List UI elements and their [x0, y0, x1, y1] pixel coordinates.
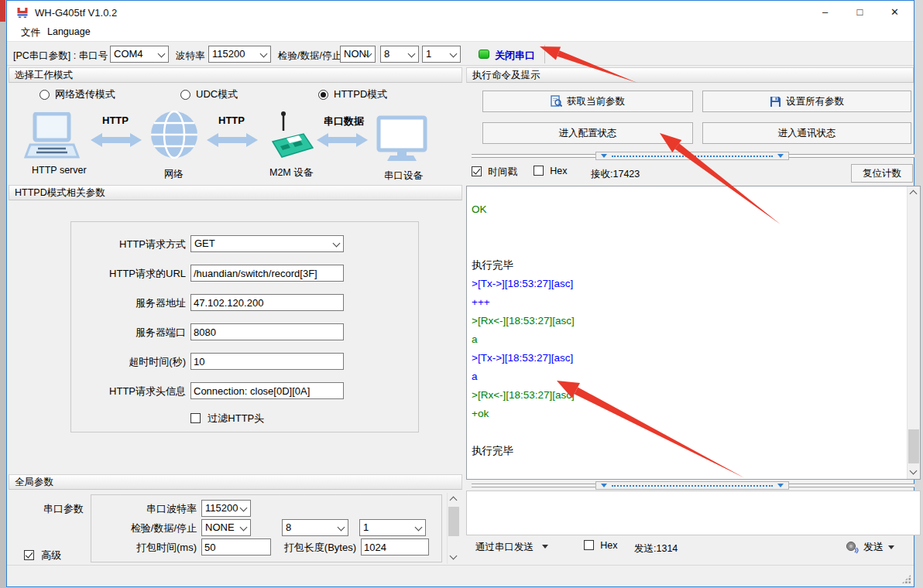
chevron-down-icon — [333, 240, 341, 248]
chevron-down-icon — [888, 545, 894, 549]
scroll-up-icon[interactable] — [448, 493, 460, 506]
advanced-checkbox[interactable]: 高级 — [24, 549, 61, 562]
chevron-down-icon — [542, 545, 548, 549]
baud-select[interactable]: 115200 — [208, 46, 271, 63]
stopbits-select[interactable]: 1 — [422, 46, 461, 63]
collapse-icon — [777, 154, 784, 158]
gparity-select[interactable]: NONE — [201, 519, 251, 536]
chevron-down-icon — [338, 524, 345, 532]
scrollbar-thumb[interactable] — [448, 507, 459, 536]
work-mode-radio[interactable]: 网络透传模式 — [39, 87, 115, 101]
log-line: +++ — [467, 293, 920, 312]
toolbar-separator — [544, 45, 545, 63]
minimize-button[interactable]: – — [808, 1, 842, 24]
gstopbits-select[interactable]: 1 — [359, 519, 426, 536]
httpd-section-header: HTTPD模式相关参数 — [9, 185, 462, 200]
field-label: 服务器端口 — [71, 326, 186, 340]
log-line: >[Rx<-][18:53:27][asc] — [467, 386, 920, 405]
splitter-dots — [612, 156, 773, 157]
databits-select[interactable]: 8 — [380, 46, 419, 63]
form-row: HTTP请求方式GET — [71, 235, 350, 252]
scrollbar-thumb[interactable] — [908, 429, 919, 463]
scroll-down-icon[interactable] — [908, 466, 920, 479]
log-line: OK — [467, 200, 920, 219]
log-line: >[Tx->][18:53:27][asc] — [467, 349, 920, 368]
menu-file[interactable]: 文件 — [21, 26, 40, 39]
log-scrollbar[interactable] — [907, 186, 920, 479]
gbaud-select[interactable]: 115200 — [201, 500, 251, 517]
collapse-icon — [777, 484, 784, 487]
scroll-down-icon[interactable] — [448, 551, 460, 564]
field-label: 服务器地址 — [71, 296, 186, 310]
form-row: HTTP请求的URL — [71, 265, 350, 282]
com-port-select[interactable]: COM4 — [110, 46, 169, 63]
receive-log[interactable]: OK 执行完毕>[Tx->][18:53:27][asc]+++>[Rx<-][… — [466, 186, 921, 480]
field-input[interactable] — [190, 382, 344, 399]
field-input[interactable] — [190, 353, 344, 370]
close-button[interactable]: ✕ — [877, 1, 912, 24]
scroll-up-icon[interactable] — [908, 186, 920, 200]
serial-params-box: 串口波特率 115200 检验/数据/停止 NONE 8 1 打包时间(ms) … — [91, 494, 442, 562]
chevron-down-icon — [415, 524, 423, 532]
field-input[interactable] — [190, 294, 344, 311]
checkbox-icon — [24, 550, 34, 560]
global-scrollbar[interactable] — [447, 493, 460, 564]
log-line: a — [467, 330, 920, 349]
log-line — [467, 423, 920, 442]
send-input[interactable] — [466, 491, 921, 535]
pack-time-input[interactable] — [201, 538, 271, 556]
command-section-header: 执行命令及提示 — [466, 67, 914, 83]
link-label: HTTP — [218, 115, 245, 126]
form-row: 超时时间(秒) — [71, 353, 350, 370]
collapse-icon — [601, 154, 607, 158]
work-mode-radio[interactable]: UDC模式 — [180, 87, 238, 101]
window-title: WH-G405tf V1.0.2 — [35, 7, 117, 19]
parity-select[interactable]: NONI — [340, 46, 376, 63]
radio-icon — [180, 90, 190, 100]
menubar: 文件 Language — [7, 24, 914, 41]
httpd-form-box: HTTP请求方式GETHTTP请求的URL服务器地址服务器端口超时时间(秒)HT… — [70, 221, 419, 432]
send-button[interactable]: 发送 — [846, 540, 894, 554]
log-line — [467, 219, 920, 238]
reset-count-button[interactable]: 复位计数 — [851, 164, 913, 183]
field-label: HTTP请求头信息 — [71, 385, 186, 398]
menu-language[interactable]: Language — [47, 26, 91, 37]
http-method-select[interactable]: GET — [190, 235, 344, 252]
checkbox-icon — [472, 166, 482, 176]
enter-comm-button[interactable]: 进入通讯状态 — [702, 122, 911, 144]
get-params-button[interactable]: 获取当前参数 — [482, 91, 693, 112]
node-label: 串口设备 — [384, 169, 423, 183]
pack-len-input[interactable] — [361, 538, 429, 556]
field-input[interactable] — [190, 323, 344, 340]
gdatabits-select[interactable]: 8 — [282, 519, 348, 536]
hex-send-checkbox[interactable]: Hex — [584, 540, 618, 551]
hex-recv-checkbox[interactable]: Hex — [534, 166, 568, 176]
floppy-save-icon — [770, 96, 781, 108]
chevron-down-icon — [408, 50, 416, 58]
laptop-icon — [24, 112, 80, 165]
app-icon — [16, 6, 29, 19]
splitter-handle[interactable] — [595, 481, 789, 490]
collapse-icon — [601, 484, 607, 487]
global-section-header: 全局参数 — [9, 474, 462, 490]
toolbar: [PC串口参数] : 串口号 COM4 波特率 115200 检验/数据/停止 … — [7, 41, 914, 66]
gparity-label: 检验/数据/停止 — [119, 521, 197, 535]
send-via-dropdown[interactable]: 通过串口发送 — [475, 541, 548, 554]
splitter-handle[interactable] — [595, 152, 789, 160]
field-input[interactable] — [190, 265, 344, 282]
sent-count: 发送:1314 — [634, 542, 678, 556]
link-label: 串口数据 — [324, 115, 364, 128]
chevron-down-icon — [240, 504, 248, 512]
set-params-button[interactable]: 设置所有参数 — [702, 91, 911, 112]
close-port-button[interactable]: 关闭串口 — [495, 49, 535, 63]
filter-http-checkbox[interactable]: 过滤HTTP头 — [190, 412, 264, 426]
timestamp-checkbox[interactable]: 时间戳 — [472, 166, 517, 179]
log-line: 执行完毕 — [467, 442, 920, 460]
work-mode-radio[interactable]: HTTPD模式 — [318, 87, 387, 101]
chevron-down-icon — [158, 50, 166, 58]
enter-config-button[interactable]: 进入配置状态 — [482, 122, 693, 144]
resize-grip-icon[interactable] — [901, 574, 911, 584]
serial-params-label: 串口参数 — [43, 502, 84, 516]
maximize-button[interactable]: □ — [842, 1, 877, 24]
form-row: 服务器地址 — [71, 294, 350, 311]
